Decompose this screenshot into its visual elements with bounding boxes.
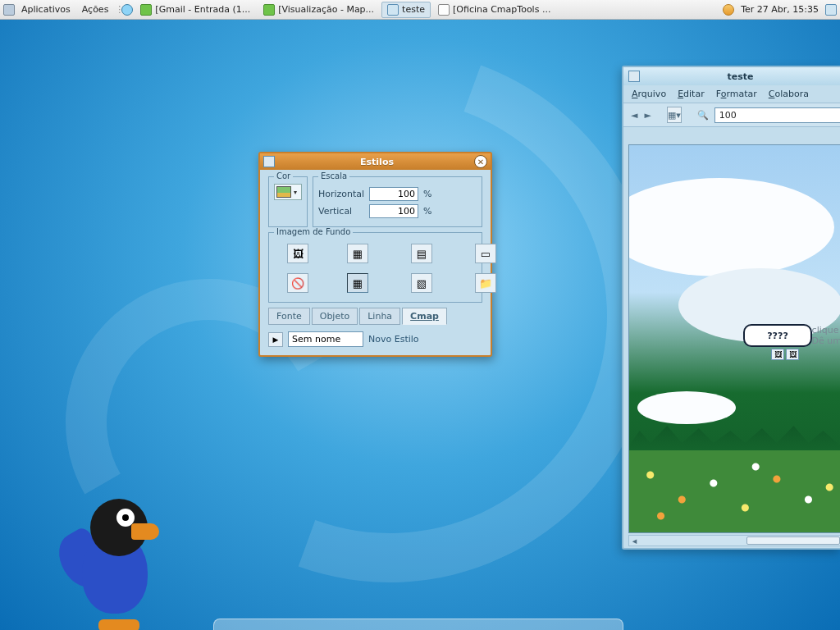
taskbar-label: [Gmail - Entrada (1... bbox=[155, 4, 250, 15]
menu-editar[interactable]: Editar bbox=[678, 89, 705, 99]
cor-legend: Cor bbox=[274, 171, 293, 180]
taskbar-label: teste bbox=[402, 4, 425, 15]
scroll-left-icon[interactable]: ◂ bbox=[629, 536, 640, 546]
teste-titlebar[interactable]: teste bbox=[623, 67, 840, 85]
menu-colaborar[interactable]: Colabora bbox=[769, 89, 809, 99]
tab-linha[interactable]: Linha bbox=[359, 308, 400, 325]
cor-fieldset: Cor ▾ bbox=[268, 176, 308, 227]
teste-window: teste Arquivo Editar Formatar Colabora ◄… bbox=[622, 66, 840, 550]
close-icon[interactable]: ✕ bbox=[474, 155, 487, 168]
taskbar-item-visualizacao[interactable]: [Visualização - Map... bbox=[258, 2, 380, 18]
escala-fieldset: Escala Horizontal % Vertical % bbox=[313, 176, 482, 227]
node-link-icon[interactable]: 🖼 bbox=[786, 349, 799, 360]
top-panel: Aplicativos Ações ⋮ [Gmail - Entrada (1.… bbox=[0, 0, 840, 20]
percent-unit: % bbox=[423, 206, 431, 217]
separator: ⋮ bbox=[115, 4, 120, 15]
firefox-icon bbox=[263, 4, 275, 16]
vertical-label: Vertical bbox=[318, 206, 364, 217]
home-icon[interactable] bbox=[121, 4, 133, 16]
taskbar-item-teste[interactable]: teste bbox=[381, 2, 431, 18]
fundo-legend: Imagem de Fundo bbox=[274, 227, 353, 236]
add-image-button[interactable]: 🖼 bbox=[287, 244, 308, 263]
color-picker-button[interactable]: ▾ bbox=[274, 184, 302, 200]
fundo-fieldset: Imagem de Fundo 🖼 ▦ ▤ ▭ 🚫 ▦ ▧ 📁 bbox=[268, 232, 482, 303]
escala-legend: Escala bbox=[318, 171, 349, 180]
menu-formatar[interactable]: Formatar bbox=[716, 89, 757, 99]
document-icon bbox=[438, 4, 450, 16]
tray-cmap-icon[interactable] bbox=[825, 4, 837, 16]
folder-button[interactable]: 📁 bbox=[475, 273, 496, 293]
vertical-input[interactable] bbox=[369, 204, 418, 218]
tile-center-button[interactable]: ▦ bbox=[347, 244, 368, 263]
percent-unit: % bbox=[423, 189, 431, 199]
estilos-title: Estilos bbox=[280, 157, 474, 167]
crop-button[interactable]: ▧ bbox=[411, 273, 432, 293]
firefox-icon bbox=[140, 4, 152, 16]
horizontal-label: Horizontal bbox=[318, 189, 364, 199]
zoom-button[interactable]: 🔍 bbox=[696, 107, 710, 123]
estilos-window-icon bbox=[263, 156, 275, 167]
style-name-input[interactable] bbox=[288, 331, 363, 347]
teste-title: teste bbox=[645, 71, 836, 82]
remove-image-button[interactable]: 🚫 bbox=[287, 273, 308, 293]
horizontal-input[interactable] bbox=[369, 187, 418, 201]
forward-button[interactable]: ► bbox=[643, 107, 651, 123]
dropdown-arrow-icon: ▾ bbox=[294, 189, 297, 196]
taskbar-item-oficina[interactable]: [Oficina CmapTools ... bbox=[432, 2, 556, 18]
scroll-thumb[interactable] bbox=[746, 536, 840, 545]
node-image-icon[interactable]: 🖼 bbox=[771, 349, 784, 360]
color-swatch-icon bbox=[276, 186, 291, 198]
zoom-input[interactable] bbox=[714, 107, 840, 123]
novo-estilo-link[interactable]: Novo Estilo bbox=[368, 334, 419, 345]
taskbar-label: [Visualização - Map... bbox=[278, 4, 374, 15]
clock-icon bbox=[723, 4, 734, 16]
bottom-dock[interactable] bbox=[213, 619, 623, 630]
tab-objeto[interactable]: Objeto bbox=[312, 308, 358, 325]
desktop-mascot bbox=[66, 482, 172, 630]
horizontal-scrollbar[interactable]: ◂ bbox=[628, 535, 840, 546]
expand-styles-button[interactable]: ▶ bbox=[268, 332, 283, 347]
actions-menu[interactable]: Ações bbox=[77, 2, 114, 16]
applications-icon bbox=[3, 4, 15, 16]
tile-repeat-button[interactable]: ▦ bbox=[347, 273, 368, 293]
style-tabs: Fonte Objeto Linha Cmap bbox=[268, 308, 482, 325]
estilos-titlebar[interactable]: Estilos ✕ bbox=[260, 153, 491, 170]
cmap-canvas[interactable]: ???? 🖼 🖼 cliqueDê um bbox=[628, 144, 840, 533]
back-button[interactable]: ◄ bbox=[630, 107, 638, 123]
canvas-hint: cliqueDê um bbox=[812, 325, 840, 346]
taskbar-item-gmail[interactable]: [Gmail - Entrada (1... bbox=[135, 2, 256, 18]
cloud-decoration bbox=[628, 178, 834, 276]
menu-arquivo[interactable]: Arquivo bbox=[632, 89, 666, 99]
tab-fonte[interactable]: Fonte bbox=[268, 308, 310, 325]
estilos-dialog: Estilos ✕ Cor ▾ Escala Horizontal % Vert… bbox=[258, 152, 492, 357]
concept-node[interactable]: ???? bbox=[743, 324, 812, 347]
teste-menubar: Arquivo Editar Formatar Colabora bbox=[623, 85, 840, 103]
select-area-button[interactable]: ▭ bbox=[475, 244, 496, 263]
cmap-icon bbox=[387, 4, 399, 16]
teste-toolbar: ◄ ► ▦▾ 🔍 bbox=[623, 103, 840, 127]
teste-window-icon bbox=[628, 71, 640, 82]
taskbar-label: [Oficina CmapTools ... bbox=[453, 4, 550, 15]
cloud-decoration bbox=[637, 391, 736, 424]
applications-menu[interactable]: Aplicativos bbox=[16, 2, 75, 16]
view-options-button[interactable]: ▦▾ bbox=[667, 107, 682, 123]
clock-text[interactable]: Ter 27 Abr, 15:35 bbox=[736, 2, 824, 16]
flowers-decoration bbox=[629, 450, 840, 532]
tab-cmap[interactable]: Cmap bbox=[402, 308, 447, 325]
tile-grid-button[interactable]: ▤ bbox=[411, 244, 432, 263]
